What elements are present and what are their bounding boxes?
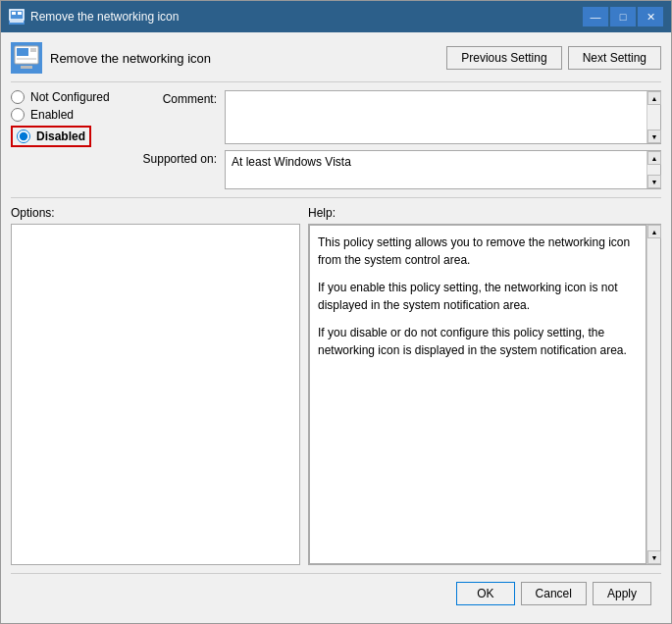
comment-scrollbar: ▲ ▼ — [646, 91, 660, 143]
comment-scroll-up[interactable]: ▲ — [647, 91, 661, 105]
supported-scroll-track — [647, 165, 660, 175]
minimize-button[interactable]: — — [583, 7, 608, 26]
disabled-option[interactable]: Disabled — [11, 126, 129, 147]
bottom-section: Options: Help: This policy setting allow… — [11, 206, 661, 565]
options-label: Options: — [11, 206, 300, 220]
next-setting-button[interactable]: Next Setting — [568, 46, 661, 70]
help-paragraph-1: This policy setting allows you to remove… — [318, 234, 638, 269]
supported-scroll-down[interactable]: ▼ — [647, 175, 661, 188]
svg-rect-5 — [17, 48, 28, 56]
svg-rect-7 — [17, 58, 36, 60]
header-divider — [11, 81, 661, 82]
main-window: Remove the networking icon — □ ✕ — [0, 0, 672, 624]
footer: OK Cancel Apply — [11, 573, 661, 613]
title-bar-controls: — □ ✕ — [583, 7, 663, 26]
not-configured-radio[interactable] — [11, 90, 25, 104]
supported-box: At least Windows Vista ▲ ▼ — [225, 150, 661, 189]
middle-divider — [11, 197, 661, 198]
header-left: Remove the networking icon — [11, 42, 211, 74]
help-paragraph-2: If you enable this policy setting, the n… — [318, 279, 638, 314]
help-content: This policy setting allows you to remove… — [309, 225, 646, 564]
comment-row: Comment: ▲ ▼ — [138, 90, 661, 144]
supported-row: Supported on: At least Windows Vista ▲ ▼ — [138, 150, 661, 189]
help-panel: Help: This policy setting allows you to … — [300, 206, 661, 565]
apply-button[interactable]: Apply — [593, 582, 651, 605]
comment-supported-section: Comment: ▲ ▼ Supported on: — [138, 90, 661, 189]
disabled-radio-highlight: Disabled — [11, 126, 91, 147]
options-box — [11, 224, 300, 565]
comment-box: ▲ ▼ — [225, 90, 661, 144]
supported-scrollbar: ▲ ▼ — [646, 151, 660, 188]
help-label: Help: — [308, 206, 661, 220]
maximize-button[interactable]: □ — [610, 7, 636, 26]
middle-section: Not Configured Enabled Disabled Comme — [11, 90, 661, 189]
enabled-option[interactable]: Enabled — [11, 108, 129, 122]
help-text: This policy setting allows you to remove… — [318, 234, 638, 359]
content-area: Remove the networking icon Previous Sett… — [1, 32, 671, 623]
window-title: Remove the networking icon — [30, 10, 179, 24]
help-scroll-down[interactable]: ▼ — [647, 550, 661, 564]
help-scroll-up[interactable]: ▲ — [647, 225, 661, 238]
header-row: Remove the networking icon Previous Sett… — [11, 42, 661, 74]
comment-label: Comment: — [138, 90, 217, 106]
dialog-title: Remove the networking icon — [50, 51, 211, 66]
comment-scroll-down[interactable]: ▼ — [647, 130, 661, 143]
svg-rect-1 — [12, 12, 16, 15]
help-box-container: This policy setting allows you to remove… — [308, 224, 661, 565]
supported-value: At least Windows Vista — [226, 151, 646, 173]
enabled-radio[interactable] — [11, 108, 25, 122]
supported-label: Supported on: — [138, 150, 217, 166]
comment-textarea[interactable] — [226, 91, 646, 143]
not-configured-option[interactable]: Not Configured — [11, 90, 129, 104]
comment-scroll-track — [647, 105, 660, 130]
title-bar: Remove the networking icon — □ ✕ — [1, 1, 671, 32]
help-paragraph-3: If you disable or do not configure this … — [318, 324, 638, 359]
header-buttons: Previous Setting Next Setting — [446, 46, 661, 70]
disabled-label: Disabled — [36, 130, 85, 143]
disabled-radio[interactable] — [17, 130, 30, 143]
cancel-button[interactable]: Cancel — [521, 582, 587, 605]
svg-rect-6 — [30, 48, 36, 52]
svg-rect-2 — [18, 12, 22, 15]
previous-setting-button[interactable]: Previous Setting — [446, 46, 561, 70]
window-icon — [9, 9, 25, 25]
supported-inner: At least Windows Vista — [226, 151, 646, 188]
help-scroll-track — [647, 238, 660, 550]
svg-rect-8 — [21, 66, 32, 69]
enabled-label: Enabled — [30, 108, 74, 122]
help-scrollbar: ▲ ▼ — [646, 225, 660, 564]
title-bar-left: Remove the networking icon — [9, 9, 179, 25]
policy-icon — [11, 42, 42, 74]
radio-group: Not Configured Enabled Disabled — [11, 90, 138, 189]
options-panel: Options: — [11, 206, 300, 565]
close-button[interactable]: ✕ — [638, 7, 663, 26]
not-configured-label: Not Configured — [30, 90, 110, 104]
ok-button[interactable]: OK — [456, 582, 514, 605]
supported-scroll-up[interactable]: ▲ — [647, 151, 661, 165]
comment-inner — [226, 91, 646, 143]
